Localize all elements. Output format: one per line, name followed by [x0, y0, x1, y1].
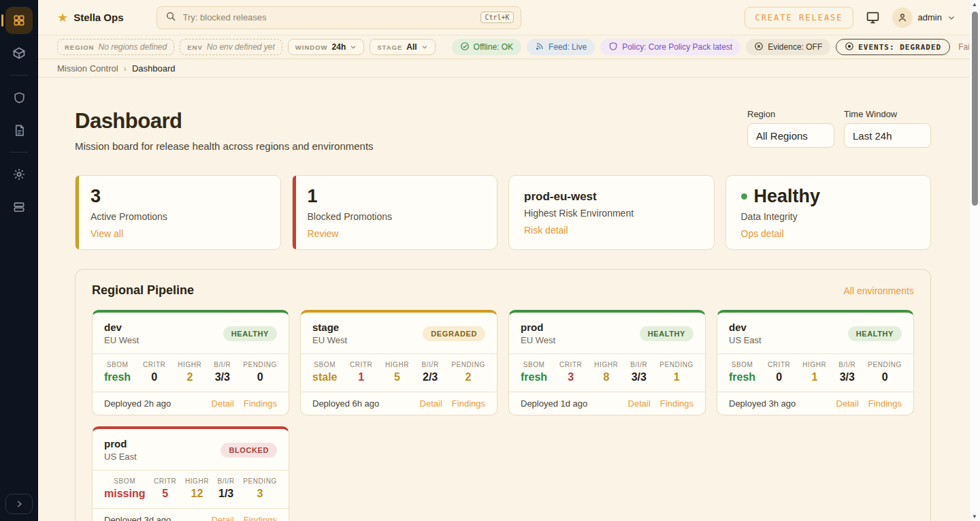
findings-link[interactable]: Findings	[244, 515, 277, 521]
bir-value: 3/3	[838, 371, 855, 383]
deployed-time: Deployed 3d ago	[104, 515, 171, 521]
sbom-value: fresh	[521, 371, 547, 383]
highest-risk-value: prod-eu-west	[524, 187, 699, 204]
app-logo-icon: ★	[57, 10, 68, 25]
offline-status-pill[interactable]: Offline: OK	[452, 39, 521, 55]
user-name: admin	[918, 12, 942, 22]
stat-label: CRITR	[350, 361, 373, 368]
display-monitor-icon[interactable]	[866, 10, 880, 25]
sidebar-item-dashboard[interactable]	[5, 7, 33, 34]
status-badge: DEGRADED	[423, 326, 485, 341]
time-window-select[interactable]: Last 24h	[844, 123, 931, 148]
circle-x-icon	[754, 42, 764, 53]
user-menu[interactable]: admin	[892, 7, 956, 28]
scrollbar-thumb[interactable]	[972, 12, 978, 206]
feed-status-pill[interactable]: Feed: Live	[527, 39, 595, 55]
detail-link[interactable]: Detail	[212, 515, 234, 521]
scrollbar-down-arrow[interactable]: ▼	[972, 514, 977, 520]
stat-label: HIGHR	[802, 361, 826, 368]
env-region: US East	[104, 452, 137, 462]
region-select-label: Region	[747, 109, 834, 119]
highr-value: 5	[385, 371, 409, 383]
sidebar-divider	[10, 152, 28, 153]
main-content: Dashboard Mission board for release heal…	[38, 78, 931, 521]
env-region: US East	[729, 335, 762, 345]
region-filter-chip[interactable]: REGION No regions defined	[57, 39, 174, 55]
sidebar-expand-button[interactable]	[5, 494, 33, 514]
stat-label: SBOM	[104, 477, 145, 485]
policy-pill[interactable]: Policy: Core Policy Pack latest	[600, 39, 740, 55]
stat-label: HIGHR	[178, 361, 201, 368]
offline-status-label: Offline: OK	[474, 42, 513, 52]
events-status-label: EVENTS: DEGRADED	[858, 43, 941, 52]
pipeline-card-prod-eu-west: prod EU West HEALTHY SBOMfresh CRITR3 HI…	[508, 310, 706, 415]
all-environments-link[interactable]: All environments	[844, 285, 915, 296]
pipeline-card-dev-eu-west: dev EU West HEALTHY SBOMfresh CRITR0 HIG…	[92, 310, 289, 415]
search-input[interactable]	[183, 12, 474, 22]
page-subtitle: Mission board for release health across …	[75, 140, 374, 152]
user-avatar	[892, 7, 913, 28]
stat-label: CRITR	[154, 477, 177, 485]
stage-filter-chip[interactable]: STAGE All	[370, 39, 435, 55]
stat-label: B/I/R	[630, 361, 647, 368]
document-icon	[13, 124, 26, 137]
scrollbar-up-arrow[interactable]: ▲	[972, 1, 977, 7]
breadcrumb: Mission Control › Dashboard	[38, 59, 969, 78]
sbom-value: stale	[312, 371, 337, 383]
data-integrity-card: Healthy Data Integrity Ops detail	[725, 175, 932, 250]
brand[interactable]: ★ Stella Ops	[57, 10, 124, 25]
evidence-pill[interactable]: Evidence: OFF	[746, 39, 830, 55]
breadcrumb-separator: ›	[124, 63, 127, 74]
global-context-bar: REGION No regions defined ENV No env def…	[38, 35, 969, 59]
summary-cards: 3 Active Promotions View all 1 Blocked P…	[75, 175, 931, 250]
window-filter-chip[interactable]: WINDOW 24h	[288, 39, 364, 55]
global-search[interactable]: Ctrl+K	[157, 6, 521, 29]
review-link[interactable]: Review	[308, 228, 483, 239]
sidebar-item-infrastructure[interactable]	[5, 193, 33, 221]
env-region: EU West	[312, 335, 347, 345]
stat-label: B/I/R	[838, 361, 855, 368]
stat-label: B/I/R	[422, 361, 439, 368]
findings-link[interactable]: Findings	[244, 398, 277, 409]
detail-link[interactable]: Detail	[628, 398, 651, 409]
region-select[interactable]: All Regions	[747, 123, 834, 148]
create-release-button[interactable]: CREATE RELEASE	[745, 7, 853, 29]
detail-link[interactable]: Detail	[420, 398, 442, 409]
events-status-pill[interactable]: EVENTS: DEGRADED	[836, 39, 950, 55]
findings-link[interactable]: Findings	[868, 398, 902, 409]
regional-pipeline-panel: Regional Pipeline All environments dev E…	[75, 269, 931, 521]
risk-detail-link[interactable]: Risk detail	[524, 225, 699, 236]
findings-link[interactable]: Findings	[660, 398, 693, 409]
package-icon	[12, 46, 26, 60]
findings-link[interactable]: Findings	[452, 398, 485, 409]
deployed-time: Deployed 2h ago	[104, 398, 171, 409]
blocked-promotions-value: 1	[308, 187, 483, 207]
sidebar-item-security[interactable]	[5, 84, 33, 111]
data-integrity-value: Healthy	[754, 187, 821, 207]
sidebar-item-releases[interactable]	[5, 40, 33, 67]
detail-link[interactable]: Detail	[836, 398, 859, 409]
breadcrumb-parent[interactable]: Mission Control	[57, 63, 118, 74]
status-badge: BLOCKED	[220, 443, 277, 458]
topbar: ★ Stella Ops Ctrl+K CREATE RELEASE admin	[38, 0, 969, 35]
detail-link[interactable]: Detail	[212, 398, 234, 409]
stat-label: HIGHR	[594, 361, 618, 368]
shield-icon	[13, 91, 26, 104]
env-filter-chip[interactable]: ENV No env defined yet	[180, 39, 282, 55]
view-all-link[interactable]: View all	[91, 228, 265, 239]
healthy-dot-icon	[741, 193, 747, 200]
status-badge: HEALTHY	[223, 326, 277, 341]
critr-value: 0	[143, 371, 166, 383]
ops-detail-link[interactable]: Ops detail	[741, 228, 916, 239]
sidebar-item-settings[interactable]	[5, 161, 33, 188]
sidebar	[0, 0, 38, 521]
scrollbar[interactable]: ▲ ▼	[969, 0, 980, 521]
stat-label: PENDING	[868, 361, 902, 368]
sidebar-item-documents[interactable]	[5, 116, 33, 144]
status-badge: HEALTHY	[848, 326, 902, 341]
pending-value: 1	[659, 371, 693, 383]
deployed-time: Deployed 6h ago	[312, 398, 379, 409]
stat-label: PENDING	[659, 361, 693, 368]
shield-icon	[608, 42, 618, 53]
circle-dot-icon	[845, 42, 854, 53]
